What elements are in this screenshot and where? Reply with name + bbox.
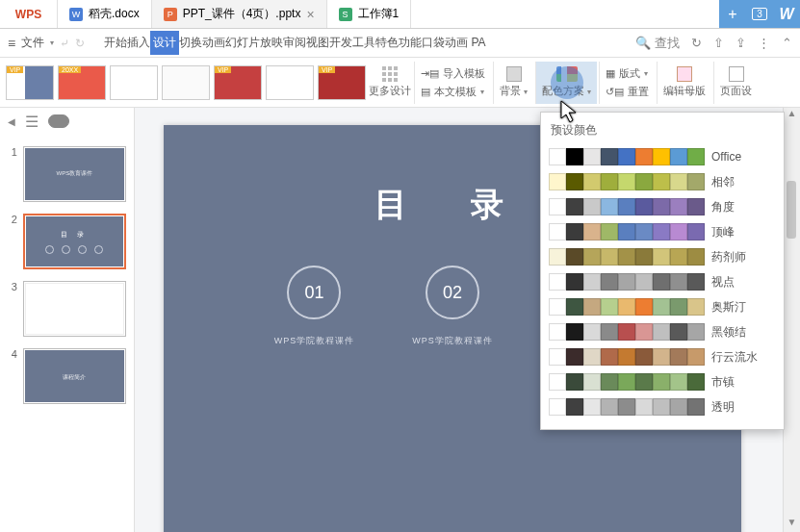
menu-item-0[interactable]: 开始 <box>104 31 127 55</box>
tab-label: 工作簿1 <box>358 6 400 22</box>
design-thumb[interactable]: 20XX <box>58 65 106 100</box>
color-scheme-popover: 预设颜色 Office相邻角度顶峰药剂师视点奥斯汀黑领结行云流水市镇透明 <box>540 112 785 430</box>
design-thumb[interactable] <box>110 65 158 100</box>
color-scheme-option[interactable]: 角度 <box>549 194 776 219</box>
design-gallery[interactable]: VIP 20XX VIP VIP <box>6 65 366 100</box>
color-swatch <box>635 298 653 316</box>
color-swatch <box>635 198 653 215</box>
scroll-up-icon[interactable]: ▲ <box>784 108 800 123</box>
toc-item: 01WPS学院教程课件 <box>274 266 355 347</box>
wps-logo-button[interactable]: W <box>773 0 800 28</box>
layout-button[interactable]: ▦版式▾ <box>606 66 649 81</box>
menu-item-2[interactable]: 设计 <box>150 31 179 55</box>
scroll-thumb[interactable] <box>787 181 796 239</box>
menu-item-6[interactable]: 审阅 <box>283 31 306 55</box>
slide-thumbnail[interactable]: 1WPS教育课件 <box>4 140 130 208</box>
color-swatch <box>583 373 601 391</box>
share-icon[interactable]: ⇪ <box>735 36 746 50</box>
edit-master-button[interactable]: 编辑母版 <box>657 62 711 104</box>
color-swatch <box>601 348 618 366</box>
color-scheme-button[interactable]: 配色方案 ▾ <box>535 62 597 104</box>
menu-item-4[interactable]: 动画 <box>202 31 225 55</box>
color-scheme-option[interactable]: 相邻 <box>549 169 776 194</box>
this-template-button[interactable]: ▤本文模板▾ <box>421 85 485 99</box>
more-design-button[interactable]: 更多设计 <box>368 66 412 98</box>
menu-item-1[interactable]: 插入 <box>127 31 150 55</box>
slide-thumbnail[interactable]: 3 <box>4 275 130 342</box>
color-scheme-option[interactable]: 黑领结 <box>549 319 776 344</box>
scheme-label: 奥斯汀 <box>711 299 746 316</box>
color-scheme-option[interactable]: 透明 <box>549 394 776 419</box>
vertical-scrollbar[interactable]: ▲ ▼ <box>783 108 800 532</box>
slide-thumbnail[interactable]: 2目 录 <box>4 208 130 275</box>
design-thumb[interactable] <box>162 65 210 100</box>
color-swatch <box>653 348 670 366</box>
tab-count-button[interactable]: 3 <box>746 0 773 28</box>
color-swatch <box>653 248 670 266</box>
color-swatch <box>635 323 653 341</box>
design-thumb[interactable]: VIP <box>318 65 366 100</box>
color-swatch <box>635 148 653 165</box>
toc-item: 02WPS学院教程课件 <box>412 266 493 347</box>
color-scheme-option[interactable]: 行云流水 <box>549 344 776 369</box>
design-thumb[interactable] <box>266 65 314 100</box>
background-button[interactable]: 背景 ▾ <box>493 62 533 104</box>
new-tab-button[interactable]: + <box>719 0 746 28</box>
page-setup-button[interactable]: 页面设 <box>713 62 758 104</box>
color-swatch <box>635 373 653 391</box>
color-swatch <box>653 173 670 190</box>
color-scheme-option[interactable]: Office <box>549 144 776 169</box>
sync-icon[interactable]: ↻ <box>691 36 702 50</box>
color-swatch <box>618 148 635 165</box>
expand-icon[interactable]: ⌃ <box>782 36 792 50</box>
qat-sep: ⤶ <box>60 37 69 50</box>
color-swatch <box>670 198 687 215</box>
design-thumb[interactable]: VIP <box>6 65 54 100</box>
menu-item-9[interactable]: 特色功能 <box>375 31 422 55</box>
color-swatch <box>549 398 566 416</box>
cloud-icon[interactable]: ⇧ <box>713 36 724 50</box>
qat-redo-icon[interactable]: ↻ <box>75 37 85 50</box>
sheet-icon: S <box>339 8 352 21</box>
outline-view-icon[interactable]: ☰ <box>25 113 39 131</box>
color-swatch <box>549 298 566 316</box>
color-swatch <box>618 198 635 215</box>
scheme-label: 相邻 <box>711 174 735 190</box>
collapse-icon[interactable]: ◀ <box>8 116 15 127</box>
color-scheme-option[interactable]: 市镇 <box>549 369 776 394</box>
color-swatch <box>583 248 601 266</box>
color-swatch <box>566 323 583 341</box>
wps-launcher[interactable]: WPS <box>0 0 58 28</box>
tab-sheet[interactable]: S 工作簿1 <box>327 0 412 28</box>
close-icon[interactable]: × <box>306 7 314 22</box>
color-swatch <box>670 173 687 190</box>
color-swatch <box>687 198 705 215</box>
scheme-label: 透明 <box>711 399 735 416</box>
color-swatch <box>566 148 583 165</box>
color-swatch <box>566 173 583 190</box>
file-menu[interactable]: 文件 <box>21 35 44 51</box>
more-icon[interactable]: ⋮ <box>758 36 770 50</box>
color-swatch <box>549 148 566 165</box>
hamburger-icon[interactable]: ≡ <box>8 36 15 51</box>
slide-thumbnail[interactable]: 4课程简介 <box>4 342 130 410</box>
menu-item-10[interactable]: 口袋动画 PA <box>422 31 485 55</box>
color-swatch <box>653 148 670 165</box>
scroll-down-icon[interactable]: ▼ <box>784 517 800 532</box>
menu-item-8[interactable]: 开发工具 <box>329 31 375 55</box>
design-thumb[interactable]: VIP <box>214 65 262 100</box>
menu-item-7[interactable]: 视图 <box>306 31 329 55</box>
color-swatch <box>687 398 705 416</box>
menu-item-3[interactable]: 切换 <box>179 31 202 55</box>
color-scheme-option[interactable]: 药剂师 <box>549 244 776 269</box>
tab-pptx[interactable]: P PPT_课件（4页）.pptx × <box>152 0 327 28</box>
menu-item-5[interactable]: 幻灯片放映 <box>225 31 283 55</box>
color-scheme-option[interactable]: 视点 <box>549 269 776 294</box>
color-scheme-option[interactable]: 奥斯汀 <box>549 294 776 319</box>
import-template-button[interactable]: ⇥▤导入模板 <box>421 66 485 81</box>
search-button[interactable]: 🔍 查找 <box>635 35 680 52</box>
tab-docx[interactable]: W 稻壳.docx <box>58 0 152 28</box>
thumbnail-view-icon[interactable] <box>48 114 69 128</box>
color-scheme-option[interactable]: 顶峰 <box>549 219 776 244</box>
reset-button[interactable]: ↺▤重置 <box>606 85 649 99</box>
